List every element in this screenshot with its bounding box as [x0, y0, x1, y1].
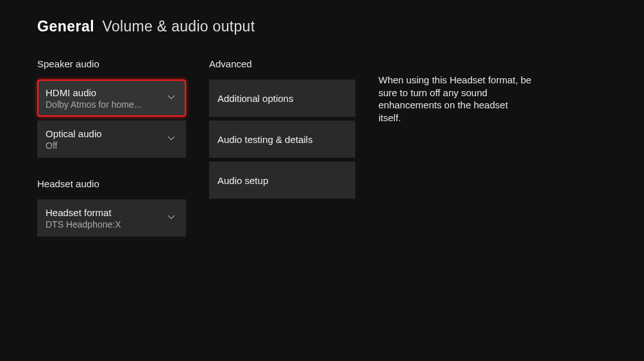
hdmi-audio-dropdown[interactable]: HDMI audio Dolby Atmos for home... [37, 80, 186, 117]
additional-options-label: Additional options [217, 93, 293, 104]
chevron-down-icon [167, 133, 176, 145]
help-text: When using this Headset format, be sure … [378, 58, 532, 124]
audio-testing-label: Audio testing & details [217, 134, 312, 145]
hdmi-audio-label: HDMI audio [46, 87, 141, 98]
additional-options-button[interactable]: Additional options [209, 80, 355, 117]
headset-format-label: Headset format [46, 207, 121, 218]
optical-audio-value: Off [46, 140, 102, 151]
optical-audio-dropdown[interactable]: Optical audio Off [37, 121, 186, 158]
hdmi-audio-value: Dolby Atmos for home... [46, 99, 141, 110]
speaker-headset-column: Speaker audio HDMI audio Dolby Atmos for… [37, 58, 186, 240]
audio-testing-button[interactable]: Audio testing & details [209, 121, 355, 158]
help-column: When using this Headset format, be sure … [378, 58, 532, 240]
chevron-down-icon [167, 212, 176, 224]
headset-format-dropdown[interactable]: Headset format DTS Headphone:X [37, 199, 186, 237]
audio-setup-button[interactable]: Audio setup [209, 162, 355, 199]
optical-audio-label: Optical audio [46, 128, 102, 139]
headset-format-value: DTS Headphone:X [46, 219, 121, 230]
advanced-column: Advanced Additional options Audio testin… [209, 58, 355, 240]
advanced-heading: Advanced [209, 58, 355, 69]
headset-audio-heading: Headset audio [37, 178, 186, 189]
audio-setup-label: Audio setup [217, 175, 268, 186]
header-category: General [37, 18, 94, 35]
header-page-title: Volume & audio output [103, 18, 255, 35]
page-header: General Volume & audio output [0, 0, 644, 35]
speaker-audio-heading: Speaker audio [37, 58, 186, 69]
chevron-down-icon [167, 92, 176, 104]
